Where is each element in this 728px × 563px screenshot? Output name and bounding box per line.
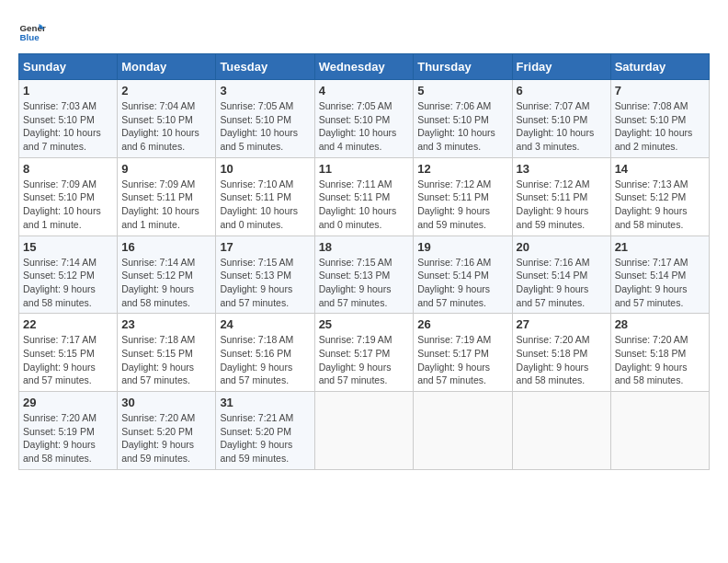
day-info: Sunrise: 7:18 AMSunset: 5:15 PMDaylight:… [121,333,211,387]
day-number: 17 [220,240,310,254]
calendar-cell: 18Sunrise: 7:15 AMSunset: 5:13 PMDayligh… [314,236,414,314]
calendar-cell: 1Sunrise: 7:03 AMSunset: 5:10 PMDaylight… [19,80,118,158]
day-number: 15 [23,240,113,254]
calendar-cell: 15Sunrise: 7:14 AMSunset: 5:12 PMDayligh… [19,236,118,314]
day-info: Sunrise: 7:20 AMSunset: 5:20 PMDaylight:… [121,411,211,465]
day-number: 16 [121,240,211,254]
calendar-cell: 6Sunrise: 7:07 AMSunset: 5:10 PMDaylight… [512,80,610,158]
calendar-week-3: 15Sunrise: 7:14 AMSunset: 5:12 PMDayligh… [19,236,710,314]
day-number: 30 [121,396,211,409]
header-sunday: Sunday [19,54,118,80]
calendar-cell: 13Sunrise: 7:12 AMSunset: 5:11 PMDayligh… [512,157,610,236]
calendar-cell: 9Sunrise: 7:09 AMSunset: 5:11 PMDaylight… [118,157,216,236]
day-info: Sunrise: 7:12 AMSunset: 5:11 PMDaylight:… [417,178,507,232]
day-number: 10 [220,162,310,176]
day-info: Sunrise: 7:14 AMSunset: 5:12 PMDaylight:… [23,256,113,310]
calendar-cell [414,392,512,470]
calendar-cell: 24Sunrise: 7:18 AMSunset: 5:16 PMDayligh… [216,314,314,392]
calendar-cell: 29Sunrise: 7:20 AMSunset: 5:19 PMDayligh… [19,392,118,470]
calendar-week-2: 8Sunrise: 7:09 AMSunset: 5:10 PMDaylight… [19,157,710,236]
day-number: 8 [23,162,113,176]
day-info: Sunrise: 7:03 AMSunset: 5:10 PMDaylight:… [23,99,113,154]
day-number: 27 [517,317,607,331]
page-header: General Blue [18,18,710,46]
day-info: Sunrise: 7:15 AMSunset: 5:13 PMDaylight:… [220,256,310,310]
calendar-cell: 8Sunrise: 7:09 AMSunset: 5:10 PMDaylight… [19,157,118,236]
day-number: 19 [417,240,507,254]
day-info: Sunrise: 7:05 AMSunset: 5:10 PMDaylight:… [220,99,310,154]
calendar-cell: 7Sunrise: 7:08 AMSunset: 5:10 PMDaylight… [610,80,709,158]
calendar-cell: 11Sunrise: 7:11 AMSunset: 5:11 PMDayligh… [314,157,414,236]
day-number: 25 [319,317,410,331]
page-container: General Blue Sunday Monday Tuesday Wedne… [18,18,710,470]
calendar-cell: 30Sunrise: 7:20 AMSunset: 5:20 PMDayligh… [118,392,216,470]
day-number: 14 [615,162,705,176]
header-thursday: Thursday [414,54,512,80]
calendar-cell: 17Sunrise: 7:15 AMSunset: 5:13 PMDayligh… [216,236,314,314]
day-info: Sunrise: 7:21 AMSunset: 5:20 PMDaylight:… [220,411,310,465]
day-number: 24 [220,317,310,331]
calendar-cell: 22Sunrise: 7:17 AMSunset: 5:15 PMDayligh… [19,314,118,392]
svg-text:Blue: Blue [20,32,40,42]
day-info: Sunrise: 7:10 AMSunset: 5:11 PMDaylight:… [220,178,310,232]
day-number: 26 [417,317,507,331]
day-info: Sunrise: 7:19 AMSunset: 5:17 PMDaylight:… [417,333,507,387]
logo-icon: General Blue [18,18,46,46]
day-number: 21 [615,240,705,254]
day-number: 23 [121,317,211,331]
day-number: 6 [517,84,607,98]
day-number: 11 [319,162,410,176]
day-info: Sunrise: 7:16 AMSunset: 5:14 PMDaylight:… [417,256,507,310]
day-info: Sunrise: 7:16 AMSunset: 5:14 PMDaylight:… [517,256,607,310]
calendar-cell: 4Sunrise: 7:05 AMSunset: 5:10 PMDaylight… [314,80,414,158]
day-number: 3 [220,84,310,98]
day-info: Sunrise: 7:20 AMSunset: 5:18 PMDaylight:… [615,333,705,387]
day-info: Sunrise: 7:18 AMSunset: 5:16 PMDaylight:… [220,333,310,387]
day-number: 5 [417,84,507,98]
day-number: 22 [23,317,113,331]
day-info: Sunrise: 7:04 AMSunset: 5:10 PMDaylight:… [121,99,211,154]
calendar-cell: 14Sunrise: 7:13 AMSunset: 5:12 PMDayligh… [610,157,709,236]
calendar-cell: 31Sunrise: 7:21 AMSunset: 5:20 PMDayligh… [216,392,314,470]
day-info: Sunrise: 7:05 AMSunset: 5:10 PMDaylight:… [319,99,410,154]
calendar-cell: 2Sunrise: 7:04 AMSunset: 5:10 PMDaylight… [118,80,216,158]
day-number: 2 [121,84,211,98]
logo: General Blue [18,18,50,46]
header-saturday: Saturday [610,54,709,80]
calendar-cell: 25Sunrise: 7:19 AMSunset: 5:17 PMDayligh… [314,314,414,392]
day-info: Sunrise: 7:17 AMSunset: 5:15 PMDaylight:… [23,333,113,387]
day-number: 12 [417,162,507,176]
calendar-table: Sunday Monday Tuesday Wednesday Thursday… [18,53,710,470]
calendar-cell: 5Sunrise: 7:06 AMSunset: 5:10 PMDaylight… [414,80,512,158]
day-number: 4 [319,84,410,98]
day-number: 7 [615,84,705,98]
calendar-week-1: 1Sunrise: 7:03 AMSunset: 5:10 PMDaylight… [19,80,710,158]
calendar-cell: 19Sunrise: 7:16 AMSunset: 5:14 PMDayligh… [414,236,512,314]
day-number: 18 [319,240,410,254]
calendar-cell: 3Sunrise: 7:05 AMSunset: 5:10 PMDaylight… [216,80,314,158]
day-info: Sunrise: 7:08 AMSunset: 5:10 PMDaylight:… [615,99,705,154]
day-info: Sunrise: 7:12 AMSunset: 5:11 PMDaylight:… [517,178,607,232]
day-info: Sunrise: 7:07 AMSunset: 5:10 PMDaylight:… [517,99,607,154]
day-number: 1 [23,84,113,98]
calendar-cell: 21Sunrise: 7:17 AMSunset: 5:14 PMDayligh… [610,236,709,314]
day-info: Sunrise: 7:13 AMSunset: 5:12 PMDaylight:… [615,178,705,232]
day-info: Sunrise: 7:20 AMSunset: 5:18 PMDaylight:… [517,333,607,387]
calendar-cell: 20Sunrise: 7:16 AMSunset: 5:14 PMDayligh… [512,236,610,314]
day-info: Sunrise: 7:19 AMSunset: 5:17 PMDaylight:… [319,333,410,387]
day-info: Sunrise: 7:20 AMSunset: 5:19 PMDaylight:… [23,411,113,465]
day-info: Sunrise: 7:06 AMSunset: 5:10 PMDaylight:… [417,99,507,154]
calendar-cell: 10Sunrise: 7:10 AMSunset: 5:11 PMDayligh… [216,157,314,236]
header-friday: Friday [512,54,610,80]
calendar-cell: 27Sunrise: 7:20 AMSunset: 5:18 PMDayligh… [512,314,610,392]
calendar-cell: 23Sunrise: 7:18 AMSunset: 5:15 PMDayligh… [118,314,216,392]
day-info: Sunrise: 7:15 AMSunset: 5:13 PMDaylight:… [319,256,410,310]
header-tuesday: Tuesday [216,54,314,80]
calendar-cell: 26Sunrise: 7:19 AMSunset: 5:17 PMDayligh… [414,314,512,392]
day-number: 29 [23,396,113,409]
calendar-cell [314,392,414,470]
calendar-week-5: 29Sunrise: 7:20 AMSunset: 5:19 PMDayligh… [19,392,710,470]
calendar-cell: 16Sunrise: 7:14 AMSunset: 5:12 PMDayligh… [118,236,216,314]
day-info: Sunrise: 7:17 AMSunset: 5:14 PMDaylight:… [615,256,705,310]
header-monday: Monday [118,54,216,80]
